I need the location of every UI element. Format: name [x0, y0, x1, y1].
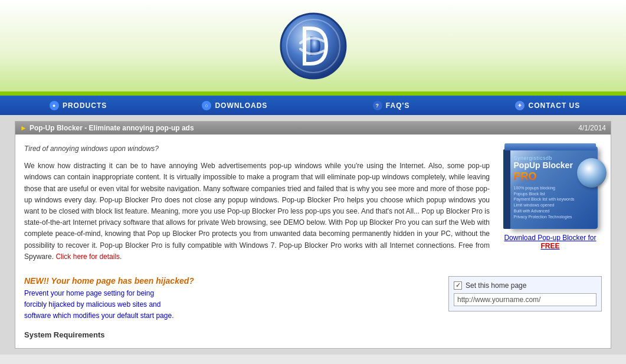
product-name-pro: PRO	[514, 170, 537, 183]
downloads-icon: ○	[202, 101, 211, 110]
article-date: 4/1/2014	[578, 124, 606, 132]
products-icon: ●	[50, 101, 59, 110]
logo-icon	[278, 11, 349, 81]
set-homepage-checkbox[interactable]: ✓	[454, 281, 462, 290]
homepage-url-input[interactable]	[454, 293, 596, 306]
arrow-indicator: ►	[20, 124, 27, 132]
download-link[interactable]: Download Pop-up Blocker for FREE	[499, 234, 602, 250]
product-box-image: Synergisticsdb PopUp Blocker PRO 100% po…	[503, 143, 598, 229]
product-box-3d: Synergisticsdb PopUp Blocker PRO 100% po…	[509, 146, 598, 229]
nav-downloads[interactable]: ○ DOWNLOADS	[156, 96, 313, 115]
set-homepage-label: Set this home page	[466, 281, 526, 290]
faq-icon: ?	[373, 101, 382, 110]
nav-contact[interactable]: ✦ CONTACT US	[470, 96, 626, 115]
product-cd	[577, 158, 607, 188]
article-header: ► Pop-Up Blocker - Eliminate annoying po…	[15, 122, 611, 135]
article-text-content: Tired of annoying windows upon windows? …	[24, 143, 490, 267]
product-name-main: PopUp Blocker	[514, 161, 573, 170]
article-box: ► Pop-Up Blocker - Eliminate annoying po…	[15, 121, 611, 349]
article-body: Tired of annoying windows upon windows? …	[15, 135, 611, 276]
main-navbar: ● PRODUCTS ○ DOWNLOADS ? FAQ'S ✦ CONTACT…	[0, 94, 626, 115]
nav-faq[interactable]: ? FAQ'S	[313, 96, 470, 115]
article-intro: Tired of annoying windows upon windows?	[24, 143, 490, 155]
system-requirements-title: System Requirements	[24, 330, 602, 339]
homepage-widget-row: ✓ Set this home page	[454, 281, 596, 290]
system-requirements-section: System Requirements	[15, 330, 611, 348]
nav-products[interactable]: ● PRODUCTS	[0, 96, 156, 115]
homepage-widget: ✓ Set this home page	[448, 276, 602, 311]
contact-icon: ✦	[515, 101, 525, 110]
article-title: ► Pop-Up Blocker - Eliminate annoying po…	[20, 124, 194, 132]
content-area: ► Pop-Up Blocker - Eliminate annoying po…	[0, 115, 626, 355]
hijack-section: ✓ Set this home page NEW!! Your home pag…	[15, 276, 611, 331]
article-sidebar: Synergisticsdb PopUp Blocker PRO 100% po…	[499, 143, 602, 267]
article-paragraph: We know how distracting it can be to hav…	[24, 160, 490, 263]
product-features: 100% popups blocking Popups Block list P…	[514, 185, 575, 220]
click-here-link[interactable]: Click here for details	[55, 252, 120, 261]
header	[0, 0, 626, 91]
